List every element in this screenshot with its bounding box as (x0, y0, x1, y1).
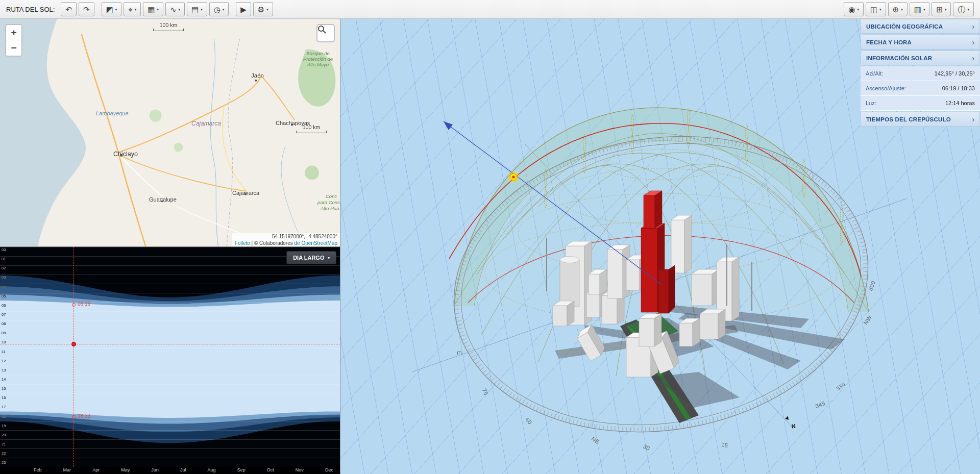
settings-menu-button[interactable]: ⚙▾ (253, 2, 273, 16)
map-pin-icon: ⌖ (128, 6, 132, 13)
sunset-time-label: 18:33 (78, 413, 90, 419)
map-label-cajamarca-town: Cajamarca (232, 190, 259, 196)
zoom-in-button[interactable]: + (6, 25, 21, 40)
projection-menu-button[interactable]: ⊞▾ (932, 2, 951, 16)
calendar-menu-button[interactable]: ▤▾ (187, 2, 207, 16)
map-label-concesion-1: Conc (326, 193, 337, 199)
map-search-button[interactable] (316, 24, 335, 42)
chevron-down-icon: ▾ (135, 8, 137, 11)
panel-header-informacion-solar[interactable]: INFORMACIÓN SOLAR › (861, 51, 980, 65)
play-animation-button[interactable]: ▶ (236, 2, 251, 16)
info-value: 12:14 horas (945, 100, 975, 106)
info-value: 06:19 / 18:33 (942, 85, 975, 91)
info-row: Azi/Alt: 142,95° / 30,25° (861, 66, 980, 81)
month-tick-label: Aug (208, 468, 216, 474)
info-label: Azi/Alt: (866, 70, 883, 77)
daylight-plot[interactable]: 0001020304050607080910111213141516171819… (0, 247, 340, 467)
panel-title: UBICACIÓN GEOGRÁFICA (866, 23, 943, 30)
view-menu-button[interactable]: ◉▾ (844, 2, 864, 16)
chevron-down-icon: ▾ (178, 8, 180, 11)
eye-icon: ◉ (848, 6, 855, 13)
zoom-out-button[interactable]: − (6, 40, 21, 56)
redo-icon: ↷ (83, 6, 90, 13)
info-row: Luz: 12:14 horas (861, 96, 980, 111)
daylight-chart-panel: 0001020304050607080910111213141516171819… (0, 247, 340, 474)
chevron-down-icon: ▾ (967, 8, 969, 11)
chevron-down-icon: ▾ (115, 8, 117, 11)
map-canvas (0, 19, 340, 246)
month-tick-label: Nov (296, 468, 304, 474)
info-value: 142,95° / 30,25° (935, 70, 975, 77)
chevron-down-icon: ▾ (157, 8, 159, 11)
info-icon: ⓘ (958, 6, 965, 13)
month-tick-label: Mar (63, 468, 71, 474)
map-label-cajamarca-region: Cajamarca (191, 120, 221, 127)
redo-button[interactable]: ↷ (79, 2, 94, 16)
clock-icon: ◷ (214, 6, 220, 13)
panel-header-crepusculo[interactable]: TIEMPOS DEL CREPÚSCULO › (861, 112, 980, 127)
model-menu-button[interactable]: ◩▾ (102, 2, 122, 16)
chevron-down-icon: ▾ (223, 8, 225, 11)
month-tick-label: Jul (180, 468, 186, 474)
month-tick-label: Sep (237, 468, 246, 474)
compass-label-north: N (791, 422, 796, 429)
top-toolbar: RUTA DEL SOL: ↶ ↷ ◩▾ ⌖▾ ▦▾ ∿▾ ▤▾ ◷▾ ▶ ⚙▾… (0, 0, 980, 19)
sunset-marker (72, 415, 76, 419)
panel-header-fecha-hora[interactable]: FECHA Y HORA › (861, 35, 980, 49)
info-menu-button[interactable]: ⓘ▾ (953, 2, 974, 16)
map-coordinates: 54.15197000°, -4.48524000° (232, 233, 340, 240)
chevron-down-icon: ▾ (879, 8, 881, 11)
time-menu-button[interactable]: ◷▾ (209, 2, 229, 16)
leaflet-link[interactable]: Folleto (235, 240, 250, 246)
map-label-chiclayo: Chiclayo (113, 151, 138, 158)
month-tick-label: May (121, 468, 130, 474)
calendar-clock-icon: ▥ (914, 6, 921, 13)
sun-marker[interactable] (508, 171, 519, 183)
selected-time-line (0, 344, 340, 344)
map-label-bosque: Bosque de Protección de Alto Mayo (299, 51, 337, 67)
sunrise-marker (72, 303, 76, 307)
display-menu-button[interactable]: ◫▾ (866, 2, 886, 16)
map-label-lambayeque: Lambayeque (96, 110, 129, 116)
datetime-menu-button[interactable]: ▥▾ (910, 2, 930, 16)
month-tick-label: Dec (325, 468, 333, 474)
chevron-right-icon: › (972, 38, 974, 46)
selected-date-line (74, 247, 74, 467)
map-zoom-control: + − (5, 24, 22, 57)
main-content: Jaén Chachapoyas Cajamarca Lambayeque Ch… (0, 19, 980, 474)
panel-title: FECHA Y HORA (866, 39, 912, 45)
panel-header-ubicacion[interactable]: UBICACIÓN GEOGRÁFICA › (861, 19, 980, 34)
scene-3d-viewport[interactable]: E 75 60 NE 30 15 N ▲ 345 330 NW 300 UBIC… (340, 19, 980, 474)
month-tick-label: Apr (92, 468, 100, 474)
info-label: Luz: (866, 100, 876, 106)
info-row: Ascenso/Ajuste: 06:19 / 18:33 (861, 81, 980, 96)
analysis-menu-button[interactable]: ∿▾ (165, 2, 185, 16)
chart-mode-dropdown[interactable]: DIA LARGO ▾ (286, 251, 336, 264)
solar-info-rows: Azi/Alt: 142,95° / 30,25° Ascenso/Ajuste… (861, 66, 980, 111)
daylight-bands (0, 247, 340, 467)
month-tick-label: Oct (267, 468, 274, 474)
map-label-concesion-2: para Cons (317, 199, 340, 205)
current-time-marker[interactable] (71, 342, 76, 346)
chart-line-icon: ∿ (170, 6, 177, 13)
month-tick-label: Jun (151, 468, 159, 474)
map-panel[interactable]: Jaén Chachapoyas Cajamarca Lambayeque Ch… (0, 19, 340, 247)
chevron-down-icon: ▾ (901, 8, 903, 11)
cube-3d-icon: ◩ (106, 6, 113, 13)
map-attribution: 54.15197000°, -4.48524000° Folleto | © C… (232, 233, 340, 246)
map-label-guadalupe: Guadalupe (149, 196, 177, 203)
globe-menu-button[interactable]: ⊕▾ (888, 2, 908, 16)
chevron-down-icon: ▾ (266, 8, 268, 11)
calendar-icon: ▤ (191, 6, 199, 13)
undo-button[interactable]: ↶ (61, 2, 77, 16)
globe-icon: ⊕ (893, 6, 899, 13)
search-icon (317, 25, 326, 34)
chevron-right-icon: › (972, 115, 974, 123)
layers-menu-button[interactable]: ▦▾ (143, 2, 163, 16)
gear-icon: ⚙ (258, 6, 264, 13)
chevron-down-icon: ▾ (923, 8, 925, 11)
location-menu-button[interactable]: ⌖▾ (124, 2, 141, 16)
month-axis: FebMarAprMayJunJulAugSepOctNovDec (0, 467, 340, 474)
osm-link[interactable]: de OpenStreetMap (295, 240, 338, 246)
sunrise-time-label: 06:19 (78, 301, 90, 307)
